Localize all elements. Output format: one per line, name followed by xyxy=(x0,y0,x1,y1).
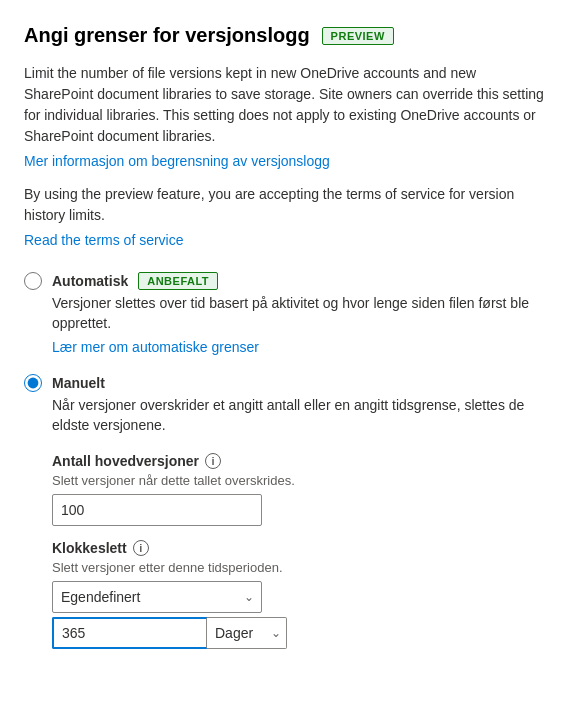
radio-label-manuelt[interactable]: Manuelt xyxy=(52,375,105,391)
time-limit-label-row: Klokkeslett i xyxy=(52,540,548,556)
major-versions-field: Antall hovedversjoner i Slett versjoner … xyxy=(52,453,548,526)
preview-badge: PREVIEW xyxy=(322,27,394,45)
time-limit-select-wrapper: Egendefinert ⌄ xyxy=(52,581,262,613)
description-text: Limit the number of file versions kept i… xyxy=(24,63,548,147)
time-limit-value-input[interactable] xyxy=(52,617,207,649)
time-limit-unit-select[interactable]: Dager Måneder År xyxy=(207,617,287,649)
major-versions-label: Antall hovedversjoner xyxy=(52,453,199,469)
radio-option-automatisk: Automatisk ANBEFALT Versjoner slettes ov… xyxy=(24,271,548,355)
time-limit-field: Klokkeslett i Slett versjoner etter denn… xyxy=(52,540,548,649)
radio-manuelt[interactable] xyxy=(24,374,42,392)
time-limit-hint: Slett versjoner etter denne tidsperioden… xyxy=(52,560,548,575)
major-versions-input[interactable] xyxy=(52,494,262,526)
preview-notice-block: By using the preview feature, you are ac… xyxy=(24,184,548,251)
time-limit-label: Klokkeslett xyxy=(52,540,127,556)
automatisk-description: Versjoner slettes over tid basert på akt… xyxy=(52,294,548,333)
preview-notice-text: By using the preview feature, you are ac… xyxy=(24,184,548,226)
radio-group: Automatisk ANBEFALT Versjoner slettes ov… xyxy=(24,271,548,649)
radio-option-manuelt: Manuelt Når versjoner overskrider et ang… xyxy=(24,373,548,649)
radio-label-row-manuelt: Manuelt xyxy=(24,373,548,392)
description-block: Limit the number of file versions kept i… xyxy=(24,63,548,172)
more-info-link[interactable]: Mer informasjon om begrensning av versjo… xyxy=(24,151,548,172)
time-limit-info-icon[interactable]: i xyxy=(133,540,149,556)
page-title-row: Angi grenser for versjonslogg PREVIEW xyxy=(24,24,548,47)
page-title: Angi grenser for versjonslogg xyxy=(24,24,310,47)
radio-label-automatisk[interactable]: Automatisk xyxy=(52,273,128,289)
manuelt-description: Når versjoner overskrider et angitt anta… xyxy=(52,396,548,435)
major-versions-label-row: Antall hovedversjoner i xyxy=(52,453,548,469)
radio-label-row-automatisk: Automatisk ANBEFALT xyxy=(24,271,548,290)
automatisk-learn-more-link[interactable]: Lær mer om automatiske grenser xyxy=(52,339,548,355)
time-limit-select[interactable]: Egendefinert xyxy=(52,581,262,613)
anbefalt-badge: ANBEFALT xyxy=(138,272,218,290)
page-container: Angi grenser for versjonslogg PREVIEW Li… xyxy=(24,24,548,649)
time-limit-inline-row: Dager Måneder År ⌄ xyxy=(52,617,548,649)
radio-automatisk[interactable] xyxy=(24,272,42,290)
major-versions-hint: Slett versjoner når dette tallet overskr… xyxy=(52,473,548,488)
major-versions-info-icon[interactable]: i xyxy=(205,453,221,469)
manuelt-sub-fields: Antall hovedversjoner i Slett versjoner … xyxy=(52,453,548,649)
terms-of-service-link[interactable]: Read the terms of service xyxy=(24,230,548,251)
time-limit-unit-wrapper: Dager Måneder År ⌄ xyxy=(207,617,287,649)
